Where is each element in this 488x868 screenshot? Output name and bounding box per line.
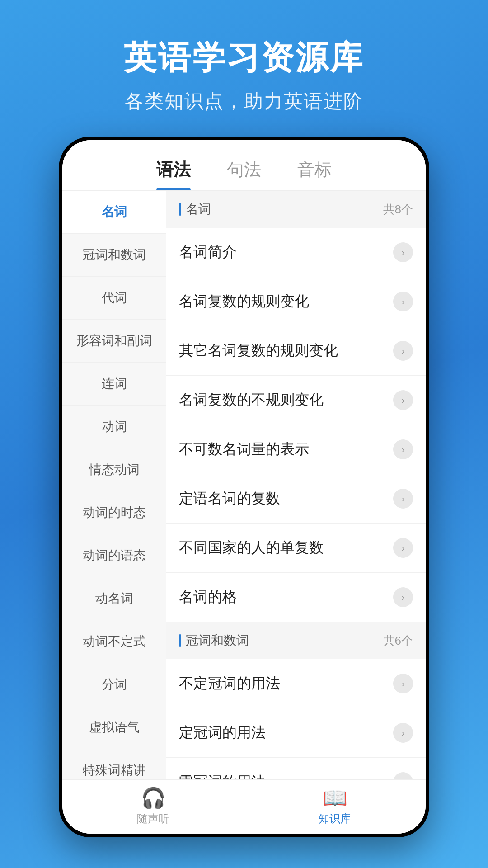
nav-label-listen: 随声听	[137, 811, 169, 826]
sidebar-item-special-words[interactable]: 特殊词精讲	[62, 749, 166, 779]
content-area: 名词 冠词和数词 代词 形容词和副词 连词 动词 情态动词 动词的时态 动词的语…	[62, 191, 426, 779]
section-title-noun: 名词	[179, 201, 211, 218]
chevron-right-icon: ›	[393, 538, 413, 558]
list-item[interactable]: 名词复数的规则变化 ›	[166, 277, 426, 326]
header-section: 英语学习资源库 各类知识点，助力英语进阶	[124, 0, 364, 137]
bottom-nav: 🎧 随声听 📖 知识库	[62, 779, 426, 834]
list-item-text: 不可数名词量的表示	[179, 439, 309, 459]
list-item-text: 不同国家的人的单复数	[179, 538, 324, 558]
main-title: 英语学习资源库	[124, 36, 364, 80]
list-item[interactable]: 定冠词的用法 ›	[166, 708, 426, 758]
list-item[interactable]: 不同国家的人的单复数 ›	[166, 524, 426, 573]
tab-grammar[interactable]: 语法	[156, 158, 191, 190]
chevron-right-icon: ›	[393, 587, 413, 607]
sidebar-item-verb[interactable]: 动词	[62, 406, 166, 448]
chevron-right-icon: ›	[393, 674, 413, 693]
nav-item-listen[interactable]: 🎧 随声听	[62, 780, 244, 834]
sidebar-item-infinitive[interactable]: 动词不定式	[62, 620, 166, 663]
chevron-right-icon: ›	[393, 723, 413, 743]
chevron-right-icon: ›	[393, 292, 413, 311]
list-area: 名词 共8个 名词简介 › 名词复数的规则变化 › 其它名词复数的规则变化 › …	[166, 191, 426, 779]
headphone-icon: 🎧	[141, 788, 166, 808]
sidebar-item-tense[interactable]: 动词的时态	[62, 491, 166, 534]
phone-screen: 语法 句法 音标 名词 冠词和数词 代词 形容词和副词 连词 动词 情态动词 动…	[62, 140, 426, 834]
sidebar-item-conjunction[interactable]: 连词	[62, 363, 166, 406]
list-item[interactable]: 名词的格 ›	[166, 573, 426, 622]
sidebar-item-pronoun[interactable]: 代词	[62, 277, 166, 320]
section-header-noun: 名词 共8个	[166, 191, 426, 228]
section-count-article: 共6个	[383, 633, 413, 649]
nav-item-knowledge[interactable]: 📖 知识库	[244, 780, 426, 834]
chevron-right-icon: ›	[393, 772, 413, 779]
list-item[interactable]: 不可数名词量的表示 ›	[166, 425, 426, 474]
sidebar-item-subjunctive[interactable]: 虚拟语气	[62, 706, 166, 749]
section-header-article: 冠词和数词 共6个	[166, 622, 426, 659]
list-item-text: 定语名词的复数	[179, 489, 280, 509]
list-item[interactable]: 名词复数的不规则变化 ›	[166, 376, 426, 425]
tabs-bar: 语法 句法 音标	[62, 140, 426, 191]
chevron-right-icon: ›	[393, 341, 413, 361]
chevron-right-icon: ›	[393, 439, 413, 459]
list-item[interactable]: 不定冠词的用法 ›	[166, 659, 426, 708]
sidebar-item-gerund[interactable]: 动名词	[62, 577, 166, 620]
section-title-article: 冠词和数词	[179, 632, 249, 649]
list-item-text: 零冠词的用法	[179, 772, 266, 779]
chevron-right-icon: ›	[393, 390, 413, 410]
list-item-text: 其它名词复数的规则变化	[179, 341, 338, 361]
list-item-text: 名词简介	[179, 242, 237, 262]
list-item-text: 定冠词的用法	[179, 723, 266, 743]
list-item-text: 不定冠词的用法	[179, 674, 280, 693]
sidebar-item-modal-verb[interactable]: 情态动词	[62, 448, 166, 491]
phone-wrapper: 语法 句法 音标 名词 冠词和数词 代词 形容词和副词 连词 动词 情态动词 动…	[59, 137, 429, 837]
nav-label-knowledge: 知识库	[319, 811, 351, 826]
sidebar-item-noun[interactable]: 名词	[62, 191, 166, 234]
sidebar-item-voice[interactable]: 动词的语态	[62, 534, 166, 577]
sidebar-item-article-number[interactable]: 冠词和数词	[62, 234, 166, 277]
sidebar-item-adj-adv[interactable]: 形容词和副词	[62, 320, 166, 363]
tab-syntax[interactable]: 句法	[227, 158, 261, 190]
chevron-right-icon: ›	[393, 489, 413, 509]
list-item-text: 名词复数的规则变化	[179, 292, 309, 311]
book-icon: 📖	[323, 788, 347, 808]
sidebar: 名词 冠词和数词 代词 形容词和副词 连词 动词 情态动词 动词的时态 动词的语…	[62, 191, 166, 779]
sub-title: 各类知识点，助力英语进阶	[124, 89, 364, 114]
list-item[interactable]: 零冠词的用法 ›	[166, 758, 426, 779]
sidebar-item-participle[interactable]: 分词	[62, 663, 166, 706]
list-item[interactable]: 定语名词的复数 ›	[166, 474, 426, 524]
list-item-text: 名词复数的不规则变化	[179, 390, 324, 410]
list-item[interactable]: 名词简介 ›	[166, 228, 426, 277]
list-item[interactable]: 其它名词复数的规则变化 ›	[166, 326, 426, 376]
tab-phonetic[interactable]: 音标	[297, 158, 332, 190]
chevron-right-icon: ›	[393, 242, 413, 262]
list-item-text: 名词的格	[179, 587, 237, 607]
section-count-noun: 共8个	[383, 202, 413, 217]
